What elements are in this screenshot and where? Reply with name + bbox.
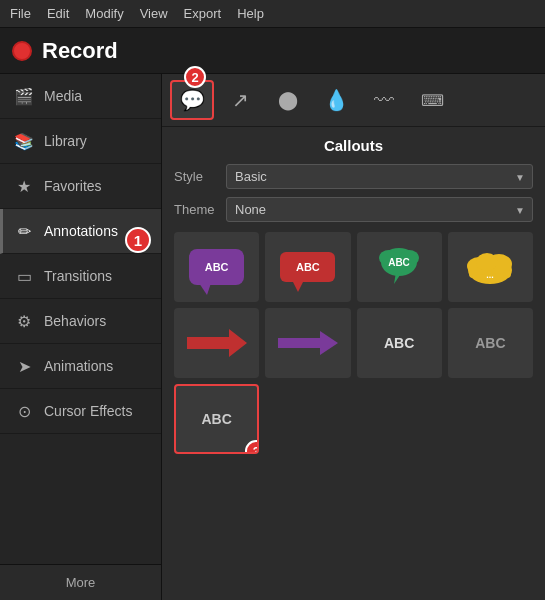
svg-marker-12 xyxy=(187,329,247,357)
record-dot xyxy=(12,41,32,61)
text-white-shape: ABC xyxy=(201,411,231,427)
tab-sketch[interactable]: 〰 xyxy=(362,80,406,120)
badge-1: 1 xyxy=(125,227,151,253)
svg-point-8 xyxy=(476,253,498,271)
callouts-tab-icon: 💬 xyxy=(180,88,205,112)
menu-modify[interactable]: Modify xyxy=(85,6,123,21)
callout-green-speech[interactable]: ABC xyxy=(357,232,442,302)
style-select-wrapper: Basic Sketch Flat xyxy=(226,164,533,189)
sidebar-label-cursor-effects: Cursor Effects xyxy=(44,403,132,419)
media-icon: 🎬 xyxy=(14,86,34,106)
callout-arrow-purple[interactable] xyxy=(265,308,350,378)
shapes-tab-icon: ⬤ xyxy=(278,89,298,111)
sidebar-label-animations: Animations xyxy=(44,358,113,374)
callout-purple-speech[interactable]: ABC xyxy=(174,232,259,302)
favorites-icon: ★ xyxy=(14,176,34,196)
tab-blur[interactable]: 💧 xyxy=(314,80,358,120)
theme-select[interactable]: None Dark Light xyxy=(226,197,533,222)
library-icon: 📚 xyxy=(14,131,34,151)
callout-arrow-red[interactable] xyxy=(174,308,259,378)
svg-point-10 xyxy=(503,270,511,278)
content-panel: 2 💬 ↗ ⬤ 💧 〰 ⌨ xyxy=(162,74,545,600)
sidebar-item-animations[interactable]: ➤ Animations xyxy=(0,344,161,389)
purple-arrow-shape xyxy=(278,331,338,355)
sidebar-label-transitions: Transitions xyxy=(44,268,112,284)
tab-shapes[interactable]: ⬤ xyxy=(266,80,310,120)
sidebar-label-media: Media xyxy=(44,88,82,104)
sidebar-item-library[interactable]: 📚 Library xyxy=(0,119,161,164)
menu-file[interactable]: File xyxy=(10,6,31,21)
badge-2: 2 xyxy=(184,66,206,88)
green-cloud-shape: ABC xyxy=(374,240,424,290)
title-bar: Record xyxy=(0,28,545,74)
animations-icon: ➤ xyxy=(14,356,34,376)
callout-red-speech[interactable]: ABC xyxy=(265,232,350,302)
main-layout: 1 🎬 Media 📚 Library ★ Favorites ✏ Annota… xyxy=(0,74,545,600)
yellow-cloud-shape: ... xyxy=(463,242,517,292)
svg-text:ABC: ABC xyxy=(388,257,410,268)
style-select[interactable]: Basic Sketch Flat xyxy=(226,164,533,189)
text-dark-shape: ABC xyxy=(475,335,505,351)
callouts-section: Callouts Style Basic Sketch Flat Theme xyxy=(162,127,545,600)
red-speech-shape: ABC xyxy=(280,252,335,282)
sketch-tab-icon: 〰 xyxy=(374,89,394,112)
section-title: Callouts xyxy=(174,137,533,154)
sidebar-item-cursor-effects[interactable]: ⊙ Cursor Effects xyxy=(0,389,161,434)
sidebar: 1 🎬 Media 📚 Library ★ Favorites ✏ Annota… xyxy=(0,74,162,600)
transitions-icon: ▭ xyxy=(14,266,34,286)
sidebar-item-media[interactable]: 🎬 Media xyxy=(0,74,161,119)
callout-text-dark[interactable]: ABC xyxy=(448,308,533,378)
text-light-shape: ABC xyxy=(384,335,414,351)
theme-row: Theme None Dark Light xyxy=(174,197,533,222)
svg-marker-13 xyxy=(278,331,338,355)
sidebar-label-annotations: Annotations xyxy=(44,223,118,239)
sidebar-item-behaviors[interactable]: ⚙ Behaviors xyxy=(0,299,161,344)
svg-text:...: ... xyxy=(487,270,495,280)
sidebar-label-library: Library xyxy=(44,133,87,149)
tool-tabs: 2 💬 ↗ ⬤ 💧 〰 ⌨ xyxy=(162,74,545,127)
menu-help[interactable]: Help xyxy=(237,6,264,21)
theme-label: Theme xyxy=(174,202,218,217)
menu-bar: File Edit Modify View Export Help xyxy=(0,0,545,28)
more-button[interactable]: More xyxy=(0,564,161,600)
sidebar-label-favorites: Favorites xyxy=(44,178,102,194)
behaviors-icon: ⚙ xyxy=(14,311,34,331)
blur-tab-icon: 💧 xyxy=(324,88,349,112)
sidebar-item-transitions[interactable]: ▭ Transitions xyxy=(0,254,161,299)
annotations-icon: ✏ xyxy=(14,221,34,241)
menu-export[interactable]: Export xyxy=(184,6,222,21)
purple-speech-shape: ABC xyxy=(189,249,244,285)
keyboard-tab-icon: ⌨ xyxy=(421,91,444,110)
callout-text-light[interactable]: ABC xyxy=(357,308,442,378)
menu-edit[interactable]: Edit xyxy=(47,6,69,21)
tab-keyboard[interactable]: ⌨ xyxy=(410,80,454,120)
arrows-tab-icon: ↗ xyxy=(232,88,249,112)
sidebar-item-favorites[interactable]: ★ Favorites xyxy=(0,164,161,209)
callout-grid: ABC ABC ABC xyxy=(174,232,533,454)
style-label: Style xyxy=(174,169,218,184)
callout-cloud-yellow[interactable]: ... xyxy=(448,232,533,302)
red-arrow-shape xyxy=(187,329,247,357)
theme-select-wrapper: None Dark Light xyxy=(226,197,533,222)
sidebar-label-behaviors: Behaviors xyxy=(44,313,106,329)
menu-view[interactable]: View xyxy=(140,6,168,21)
badge-3: 3 xyxy=(245,440,259,454)
callout-text-white-selected[interactable]: ABC 3 xyxy=(174,384,259,454)
cursor-effects-icon: ⊙ xyxy=(14,401,34,421)
app-window: File Edit Modify View Export Help Record… xyxy=(0,0,545,600)
svg-point-9 xyxy=(469,270,477,278)
app-title: Record xyxy=(42,38,118,64)
tab-arrows[interactable]: ↗ xyxy=(218,80,262,120)
style-row: Style Basic Sketch Flat xyxy=(174,164,533,189)
